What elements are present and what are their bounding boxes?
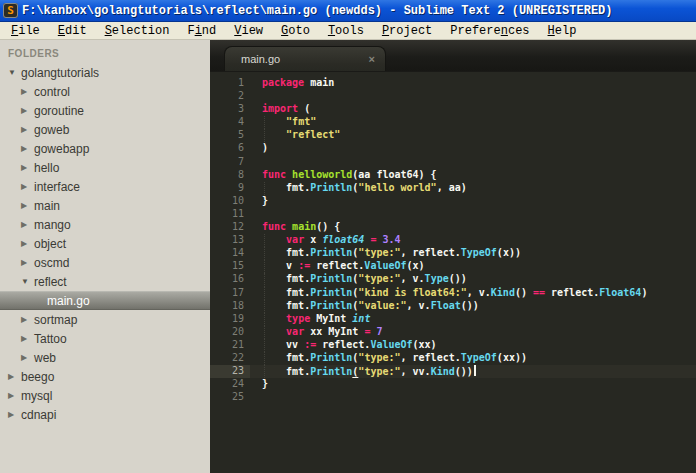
line-number: 14	[210, 247, 250, 260]
menu-item-view[interactable]: View	[225, 24, 272, 38]
folder-expanded-arrow-icon[interactable]: ▼	[8, 68, 21, 77]
tree-item-label: hello	[34, 161, 59, 175]
code-line-7[interactable]: 7	[210, 156, 696, 169]
menu-item-preferences[interactable]: Preferences	[441, 24, 538, 38]
menu-bar: FileEditSelectionFindViewGotoToolsProjec…	[0, 22, 696, 40]
line-text: import (	[250, 103, 310, 116]
line-text: fmt.Println("type:", v.Type())	[250, 273, 467, 286]
code-line-8[interactable]: 8func helloworld(aa float64) {	[210, 169, 696, 182]
menu-item-tools[interactable]: Tools	[319, 24, 373, 38]
tree-item-beego[interactable]: ▶beego	[0, 367, 210, 386]
code-line-12[interactable]: 12func main() {	[210, 221, 696, 234]
code-line-15[interactable]: 15 v := reflect.ValueOf(x)	[210, 260, 696, 273]
tree-item-interface[interactable]: ▶interface	[0, 177, 210, 196]
menu-item-find[interactable]: Find	[178, 24, 225, 38]
folder-collapsed-arrow-icon[interactable]: ▶	[21, 125, 34, 134]
tree-item-object[interactable]: ▶object	[0, 234, 210, 253]
code-line-21[interactable]: 21 vv := reflect.ValueOf(xx)	[210, 339, 696, 352]
code-line-10[interactable]: 10}	[210, 195, 696, 208]
menu-item-project[interactable]: Project	[373, 24, 441, 38]
code-line-24[interactable]: 24}	[210, 378, 696, 391]
line-text: fmt.Println("type:", reflect.TypeOf(x))	[250, 247, 521, 260]
menu-item-selection[interactable]: Selection	[96, 24, 179, 38]
tab-close-icon[interactable]: ×	[369, 53, 375, 65]
tree-item-hello[interactable]: ▶hello	[0, 158, 210, 177]
code-line-20[interactable]: 20 var xx MyInt = 7	[210, 326, 696, 339]
code-line-18[interactable]: 18 fmt.Println("value:", v.Float())	[210, 300, 696, 313]
code-area[interactable]: 1package main23import (4 "fmt"5 "reflect…	[210, 72, 696, 473]
tree-item-label: object	[34, 237, 66, 251]
line-number: 3	[210, 103, 250, 116]
code-line-11[interactable]: 11	[210, 208, 696, 221]
folder-collapsed-arrow-icon[interactable]: ▶	[21, 239, 34, 248]
menu-item-help[interactable]: Help	[539, 24, 586, 38]
folder-collapsed-arrow-icon[interactable]: ▶	[8, 391, 21, 400]
folder-collapsed-arrow-icon[interactable]: ▶	[21, 182, 34, 191]
line-text: var xx MyInt = 7	[250, 326, 382, 339]
tree-item-tattoo[interactable]: ▶Tattoo	[0, 329, 210, 348]
tree-item-control[interactable]: ▶control	[0, 82, 210, 101]
line-text: func main() {	[250, 221, 340, 234]
code-line-19[interactable]: 19 type MyInt int	[210, 313, 696, 326]
code-line-14[interactable]: 14 fmt.Println("type:", reflect.TypeOf(x…	[210, 247, 696, 260]
tree-item-label: sortmap	[34, 313, 77, 327]
folder-expanded-arrow-icon[interactable]: ▼	[21, 277, 34, 286]
line-text: }	[250, 195, 268, 208]
line-number: 13	[210, 234, 250, 247]
code-line-22[interactable]: 22 fmt.Println("type:", reflect.TypeOf(x…	[210, 352, 696, 365]
folder-collapsed-arrow-icon[interactable]: ▶	[8, 372, 21, 381]
line-number: 25	[210, 391, 250, 404]
code-line-6[interactable]: 6)	[210, 142, 696, 155]
tree-item-goroutine[interactable]: ▶goroutine	[0, 101, 210, 120]
folder-collapsed-arrow-icon[interactable]: ▶	[21, 334, 34, 343]
tree-item-cdnapi[interactable]: ▶cdnapi	[0, 405, 210, 424]
line-number: 23	[210, 365, 250, 378]
folder-collapsed-arrow-icon[interactable]: ▶	[21, 220, 34, 229]
code-line-16[interactable]: 16 fmt.Println("type:", v.Type())	[210, 273, 696, 286]
sublime-text-app-icon[interactable]: S	[3, 3, 18, 18]
tree-item-web[interactable]: ▶web	[0, 348, 210, 367]
folder-collapsed-arrow-icon[interactable]: ▶	[21, 258, 34, 267]
line-text: type MyInt int	[250, 313, 370, 326]
menu-item-edit[interactable]: Edit	[49, 24, 96, 38]
folder-collapsed-arrow-icon[interactable]: ▶	[21, 201, 34, 210]
folder-collapsed-arrow-icon[interactable]: ▶	[21, 163, 34, 172]
code-line-13[interactable]: 13 var x float64 = 3.4	[210, 234, 696, 247]
menu-item-file[interactable]: File	[2, 24, 49, 38]
line-number: 15	[210, 260, 250, 273]
code-line-1[interactable]: 1package main	[210, 77, 696, 90]
tree-item-golangtutorials[interactable]: ▼golangtutorials	[0, 63, 210, 82]
code-line-5[interactable]: 5 "reflect"	[210, 129, 696, 142]
folder-collapsed-arrow-icon[interactable]: ▶	[21, 87, 34, 96]
line-number: 1	[210, 77, 250, 90]
code-line-9[interactable]: 9 fmt.Println("hello world", aa)	[210, 182, 696, 195]
tree-item-main-go[interactable]: main.go	[0, 291, 210, 310]
code-line-2[interactable]: 2	[210, 90, 696, 103]
window-titlebar: S F:\kanbox\golangtutorials\reflect\main…	[0, 0, 696, 22]
tree-item-reflect[interactable]: ▼reflect	[0, 272, 210, 291]
tree-item-goweb[interactable]: ▶goweb	[0, 120, 210, 139]
line-text	[250, 208, 262, 221]
tree-item-mango[interactable]: ▶mango	[0, 215, 210, 234]
tree-item-mysql[interactable]: ▶mysql	[0, 386, 210, 405]
code-line-4[interactable]: 4 "fmt"	[210, 116, 696, 129]
tab-main-go[interactable]: main.go ×	[224, 46, 386, 71]
code-line-23[interactable]: 23 fmt.Println("type:", vv.Kind())	[210, 365, 696, 378]
folder-collapsed-arrow-icon[interactable]: ▶	[21, 144, 34, 153]
menu-item-goto[interactable]: Goto	[272, 24, 319, 38]
code-line-17[interactable]: 17 fmt.Println("kind is float64:", v.Kin…	[210, 287, 696, 300]
tree-item-main[interactable]: ▶main	[0, 196, 210, 215]
folder-collapsed-arrow-icon[interactable]: ▶	[8, 410, 21, 419]
sidebar-tree: ▼golangtutorials▶control▶goroutine▶goweb…	[0, 63, 210, 424]
line-text: fmt.Println("hello world", aa)	[250, 182, 467, 195]
line-text: )	[250, 142, 268, 155]
tree-item-label: goweb	[34, 123, 69, 137]
code-line-25[interactable]: 25	[210, 391, 696, 404]
code-line-3[interactable]: 3import (	[210, 103, 696, 116]
folder-collapsed-arrow-icon[interactable]: ▶	[21, 353, 34, 362]
folder-collapsed-arrow-icon[interactable]: ▶	[21, 106, 34, 115]
tree-item-gowebapp[interactable]: ▶gowebapp	[0, 139, 210, 158]
tree-item-oscmd[interactable]: ▶oscmd	[0, 253, 210, 272]
folder-collapsed-arrow-icon[interactable]: ▶	[21, 315, 34, 324]
tree-item-sortmap[interactable]: ▶sortmap	[0, 310, 210, 329]
